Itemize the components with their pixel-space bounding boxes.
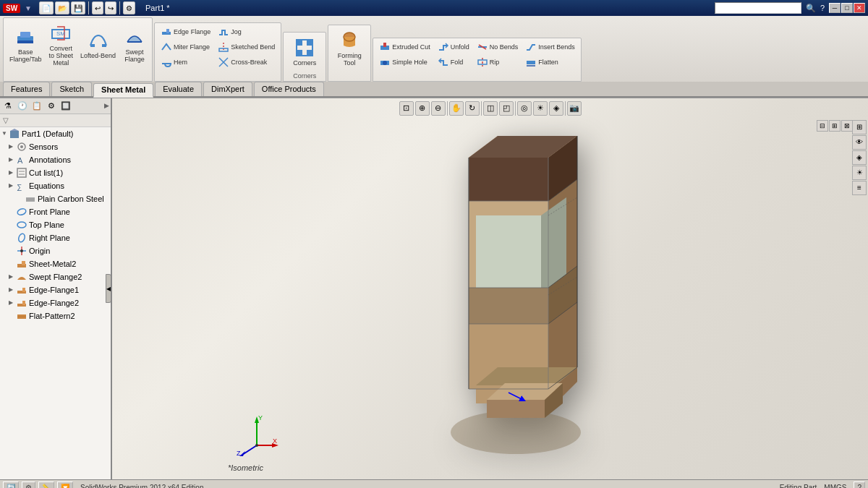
extruded-cut-button[interactable]: Extruded Cut	[376, 40, 433, 54]
swept-flange-button[interactable]: SweptFlange	[120, 23, 149, 66]
svg-text:Y: Y	[258, 414, 263, 421]
tree-item-material[interactable]: ▶ Plain Carbon Steel	[0, 192, 111, 205]
swept-flange2-icon	[16, 271, 27, 283]
minimize-button[interactable]: ─	[829, 3, 841, 13]
tab-office-products[interactable]: Office Products	[254, 82, 324, 96]
tree-expand-button[interactable]: ▶	[104, 102, 109, 109]
svg-rect-14	[297, 40, 302, 46]
unit-system-btn[interactable]: 📏	[38, 481, 54, 488]
section-view-button[interactable]: ◫	[483, 101, 498, 116]
edge-flange-button[interactable]: Edge Flange	[158, 25, 213, 39]
sketched-bend-button[interactable]: Sketched Bend	[215, 40, 278, 54]
svg-rect-26	[527, 61, 535, 64]
tree-item-edge-flange1[interactable]: ▶ Edge-Flange1	[0, 283, 111, 296]
tree-item-edge-flange2[interactable]: ▶ Edge-Flange2	[0, 296, 111, 309]
filter-icon[interactable]: ⚗	[1, 99, 14, 112]
svg-rect-8	[166, 29, 169, 33]
rotate-button[interactable]: ↻	[465, 101, 480, 116]
scenes-button[interactable]: ☀	[533, 101, 548, 116]
panel-collapse-button[interactable]: ◀	[106, 274, 111, 303]
redo-button[interactable]: ↪	[105, 1, 116, 14]
tree-item-front-plane[interactable]: ▶ Front Plane	[0, 205, 111, 218]
simple-hole-button[interactable]: Simple Hole	[376, 55, 433, 69]
tree-item-top-plane[interactable]: ▶ Top Plane	[0, 218, 111, 231]
tree-item-annotations[interactable]: ▶ A Annotations	[0, 153, 111, 166]
cross-break-button[interactable]: Cross-Break	[215, 55, 278, 69]
rebuild-button[interactable]: ⚙	[123, 1, 135, 14]
right-panel: ⊞ 👁 ◈ ☀ ≡	[852, 120, 868, 195]
property-icon[interactable]: 📋	[30, 99, 43, 112]
unfold-button[interactable]: Unfold	[435, 40, 472, 54]
forming-tool-button[interactable]: FormingTool	[335, 27, 365, 69]
tab-features[interactable]: Features	[3, 82, 50, 96]
open-button[interactable]: 📂	[55, 1, 69, 14]
save-button[interactable]: 💾	[71, 1, 85, 14]
appearance-button[interactable]: ◈	[852, 150, 867, 165]
part1-label: Part1 (Default)	[22, 129, 74, 138]
split-vertical-button[interactable]: ⊞	[829, 120, 841, 132]
hem-button[interactable]: Hem	[158, 55, 213, 69]
zoom-in-button[interactable]: ⊕	[415, 101, 430, 116]
tree-item-sheetmetal[interactable]: ▶ Sheet-Metal2	[0, 257, 111, 270]
flatten-button[interactable]: Flatten	[522, 55, 578, 69]
tree-item-part1[interactable]: ▼ Part1 (Default)	[0, 127, 111, 140]
main-content: ⚗ 🕐 📋 ⚙ 🔲 ▶ ▽ ▼ Part1 (Default)	[0, 98, 868, 479]
lofted-bend-button[interactable]: Lofted-Bend	[77, 27, 119, 62]
view-orientation-button[interactable]: ⊞	[852, 120, 867, 134]
insert-bends-icon	[525, 41, 537, 53]
tab-sheet-metal[interactable]: Sheet Metal	[93, 83, 153, 98]
tree-item-cutlist[interactable]: ▶ Cut list(1)	[0, 166, 111, 179]
swept-flange-icon	[123, 25, 146, 48]
search-input[interactable]	[715, 2, 801, 14]
tree-item-origin[interactable]: ▶ Origin	[0, 244, 111, 257]
tab-evaluate[interactable]: Evaluate	[155, 82, 202, 96]
titlebar-left: SW ▼ 📄 📂 💾 ↩ ↪ ⚙ Part1 *	[3, 1, 170, 14]
sw-logo: SW	[3, 4, 20, 13]
realview-button[interactable]: ◈	[549, 101, 563, 116]
jog-button[interactable]: Jog	[215, 25, 278, 39]
display-states-icon[interactable]: 🔲	[59, 99, 72, 112]
pan-button[interactable]: ✋	[449, 101, 464, 116]
cuts-col-2: Unfold Fold	[435, 40, 472, 69]
help-button[interactable]: ?	[854, 481, 865, 488]
new-button[interactable]: 📄	[39, 1, 54, 14]
no-bends-button[interactable]: No Bends	[474, 40, 522, 54]
options-btn[interactable]: ⚙	[22, 481, 35, 488]
tab-dimxpert[interactable]: DimXpert	[203, 82, 252, 96]
appearances-button[interactable]: ◎	[517, 101, 532, 116]
tree-item-right-plane[interactable]: ▶ Right Plane	[0, 231, 111, 244]
search-icon[interactable]: 🔍	[806, 4, 816, 13]
config-icon[interactable]: ⚙	[45, 99, 58, 112]
base-flange-button[interactable]: BaseFlange/Tab	[7, 23, 45, 66]
corners-button[interactable]: Corners	[290, 34, 319, 69]
undo-button[interactable]: ↩	[92, 1, 103, 14]
insert-bends-button[interactable]: Insert Bends	[522, 40, 578, 54]
zoom-to-fit-button[interactable]: ⊡	[399, 101, 414, 116]
history-icon[interactable]: 🕐	[16, 99, 29, 112]
svg-rect-51	[22, 301, 25, 305]
tree-item-flat-pattern[interactable]: ▶ Flat-Pattern2	[0, 309, 111, 322]
rip-label: Rip	[490, 59, 500, 66]
display-style-button[interactable]: ◰	[499, 101, 514, 116]
hide-show-button[interactable]: 👁	[852, 135, 867, 150]
close-button[interactable]: ✕	[854, 3, 865, 13]
rebuild-btn[interactable]: 🔄	[3, 481, 19, 488]
selection-filter-btn[interactable]: 🔽	[57, 481, 73, 488]
convert-button[interactable]: SM Convertto SheetMetal	[46, 20, 77, 69]
scene-button[interactable]: ☀	[852, 166, 867, 180]
tab-sketch[interactable]: Sketch	[51, 82, 92, 96]
help-icon[interactable]: ?	[820, 4, 825, 12]
tree-item-swept-flange2[interactable]: ▶ Swept Flange2	[0, 270, 111, 283]
rip-button[interactable]: Rip	[474, 55, 522, 69]
zoom-out-button[interactable]: ⊖	[431, 101, 446, 116]
viewport[interactable]: ⊡ ⊕ ⊖ ✋ ↻ ◫ ◰ ◎ ☀ ◈ 📷 ⊞ 👁 ◈ ☀ ≡ ⊟ ⊞	[112, 98, 868, 479]
fold-button[interactable]: Fold	[435, 55, 472, 69]
tree-item-equations[interactable]: ▶ ∑ Equations	[0, 179, 111, 192]
restore-button[interactable]: □	[841, 3, 853, 13]
miter-flange-button[interactable]: Miter Flange	[158, 40, 213, 54]
display-manager-button[interactable]: ≡	[852, 181, 867, 195]
photoview-button[interactable]: 📷	[567, 101, 582, 116]
maximize-button[interactable]: ⊠	[841, 120, 853, 132]
tree-item-sensors[interactable]: ▶ Sensors	[0, 140, 111, 153]
split-horizontal-button[interactable]: ⊟	[817, 120, 828, 132]
